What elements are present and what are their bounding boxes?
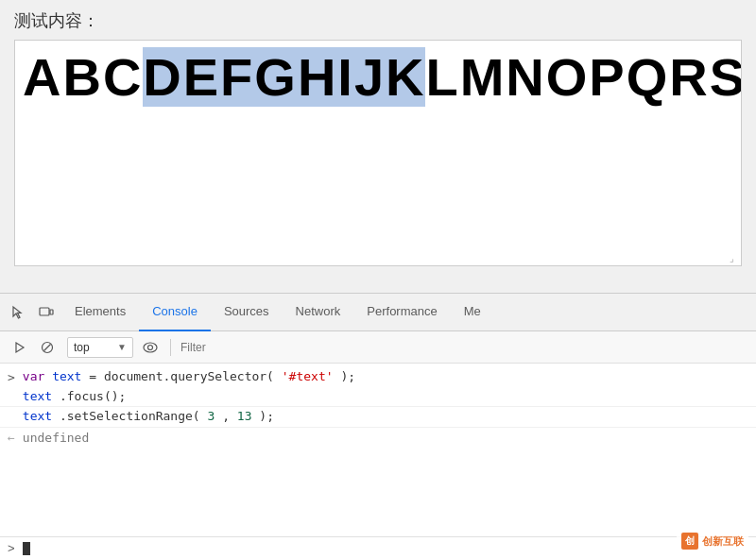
svg-point-5 (144, 343, 157, 352)
svg-line-4 (44, 344, 51, 350)
watermark-text: 创新互联 (702, 534, 744, 549)
execute-script-icon[interactable] (8, 335, 32, 360)
console-code-line1: var text = document.querySelector( '#tex… (23, 367, 355, 386)
text-before-selection: ABC (23, 47, 143, 107)
context-selector-value: top (74, 341, 113, 354)
tab-console[interactable]: Console (139, 294, 211, 331)
tab-network[interactable]: Network (283, 294, 354, 331)
console-prompt-icon: > (8, 368, 15, 387)
devtools-tabs-bar: Elements Console Sources Network Perform… (0, 294, 756, 331)
device-toolbar-icon[interactable] (33, 299, 60, 326)
svg-marker-2 (16, 343, 24, 352)
textarea-content: ABCDEFGHIJKLMNOPQRSTUV (15, 41, 741, 265)
console-code-continuation-1: > text .focus(); (0, 387, 756, 408)
svg-point-6 (148, 345, 153, 349)
console-result-value: undefined (23, 431, 89, 445)
tab-more[interactable]: Me (451, 294, 494, 331)
result-arrow-icon: ← (8, 431, 15, 445)
page-label: 测试内容： (14, 9, 742, 32)
tab-sources[interactable]: Sources (211, 294, 283, 331)
top-content-area: 测试内容： ABCDEFGHIJKLMNOPQRSTUV ⌟ (0, 0, 756, 293)
text-selection: DEFGHIJK (143, 47, 425, 107)
devtools-console-toolbar: top ▼ (0, 331, 756, 364)
filter-input[interactable] (176, 341, 748, 354)
console-input-line: > (0, 536, 756, 559)
console-code-continuation-2: > text .setSelectionRange( 3 , 13 ); (0, 407, 756, 428)
textarea-resize-handle[interactable]: ⌟ (730, 254, 739, 263)
svg-rect-1 (50, 310, 53, 314)
console-code-line3: text .setSelectionRange( 3 , 13 ); (23, 407, 274, 426)
devtools-panel: Elements Console Sources Network Perform… (0, 293, 756, 559)
log-filter-icon[interactable] (138, 335, 163, 360)
tab-elements[interactable]: Elements (61, 294, 139, 331)
inspect-element-icon[interactable] (5, 299, 31, 326)
code-text-var: text (52, 369, 81, 383)
console-input-block: > var text = document.querySelector( '#t… (0, 364, 756, 387)
textarea-wrapper: ABCDEFGHIJKLMNOPQRSTUV ⌟ (14, 40, 742, 266)
console-cursor (23, 542, 30, 555)
toolbar-divider (170, 339, 171, 356)
watermark: 创 创新互联 (677, 531, 748, 551)
console-code-line2: text .focus(); (23, 387, 127, 406)
console-input-prompt-icon: > (8, 541, 15, 555)
svg-rect-0 (40, 308, 49, 315)
code-selector-string: '#text' (282, 369, 334, 383)
tab-performance[interactable]: Performance (353, 294, 450, 331)
code-var-keyword: var (23, 369, 44, 383)
console-result-line: ← undefined (0, 428, 756, 448)
context-selector[interactable]: top ▼ (67, 337, 133, 358)
watermark-logo-icon: 创 (681, 533, 698, 550)
clear-console-icon[interactable] (35, 335, 60, 360)
text-after-selection: LMNOPQRSTUV (425, 47, 741, 107)
console-output: > var text = document.querySelector( '#t… (0, 364, 756, 536)
context-selector-arrow-icon: ▼ (117, 342, 127, 352)
